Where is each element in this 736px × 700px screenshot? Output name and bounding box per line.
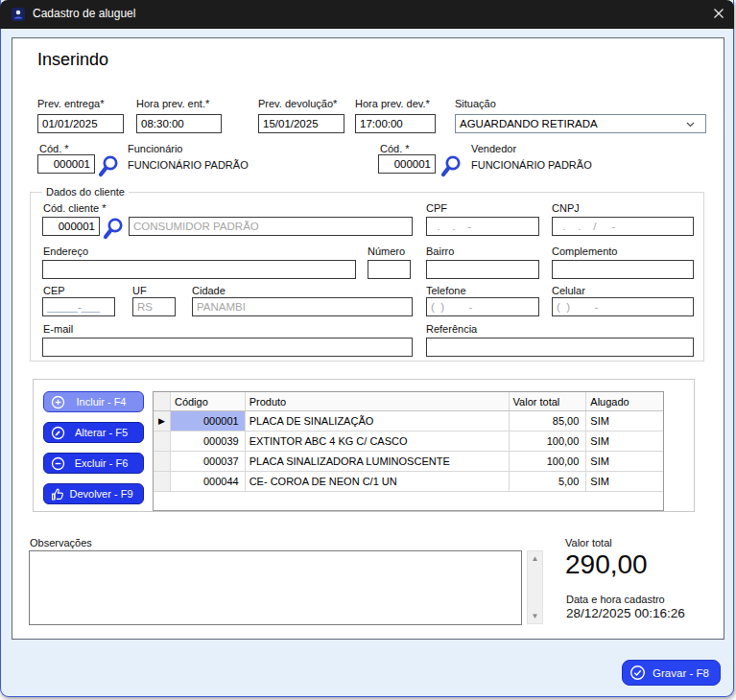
numero-label: Número [368, 245, 405, 257]
table-cell[interactable]: 100,00 [510, 432, 587, 451]
table-cell[interactable]: PLACA SINALIZADORA LUMINOSCENTE [246, 452, 510, 471]
situacao-value: AGUARDANDO RETIRADA [460, 118, 598, 129]
prev-devolucao-label: Prev. devolução* [258, 98, 337, 109]
cidade-input[interactable]: PANAMBI [192, 297, 413, 316]
table-cell[interactable]: 000037 [171, 452, 246, 471]
cadastro-label: Data e hora cadastro [566, 594, 665, 605]
edit-circle-icon [51, 426, 65, 440]
dados-cliente-label: Dados do cliente [42, 186, 129, 198]
row-selector[interactable]: ▶ [154, 411, 171, 431]
col-header-produto[interactable]: Produto [246, 392, 510, 410]
hora-dev-label: Hora prev. dev.* [355, 98, 430, 109]
table-cell[interactable]: SIM [586, 472, 663, 491]
email-label: E-mail [43, 323, 73, 335]
dados-cliente-group: Dados do cliente Cód. cliente * 000001 C… [30, 192, 704, 362]
table-cell[interactable]: 000001 [171, 411, 246, 431]
table-cell[interactable]: 000044 [171, 472, 246, 491]
gravar-button[interactable]: Gravar - F8 [622, 660, 721, 686]
table-row[interactable]: 000039EXTINTOR ABC 4 KG C/ CASCO100,00SI… [154, 432, 663, 452]
dialog-window: Cadastro de aluguel Inserindo Prev. entr… [0, 0, 734, 697]
celular-label: Celular [552, 285, 585, 296]
table-cell[interactable]: 100,00 [510, 452, 587, 471]
table-row[interactable]: ▶000001PLACA DE SINALIZAÇÃO85,00SIM [154, 411, 663, 432]
cadastro-datetime: 28/12/2025 00:16:26 [566, 606, 685, 620]
gravar-label: Gravar - F8 [653, 667, 709, 679]
close-button[interactable] [712, 8, 725, 21]
scroll-up-icon[interactable]: ▲ [528, 554, 542, 563]
endereco-label: Endereço [43, 245, 88, 257]
table-row[interactable]: 000044CE- COROA DE NEON C/1 UN5,00SIM [154, 472, 663, 492]
cpf-label: CPF [426, 202, 447, 214]
excluir-button[interactable]: Excluir - F6 [43, 453, 144, 474]
observacoes-scrollbar[interactable]: ▲ ▼ [527, 550, 543, 624]
celular-input[interactable]: ( ) - [552, 297, 694, 316]
prev-devolucao-input[interactable]: 15/01/2025 [258, 114, 344, 133]
table-cell[interactable]: CE- COROA DE NEON C/1 UN [246, 472, 510, 491]
scroll-down-icon[interactable]: ▼ [528, 612, 542, 620]
cod-vendedor-label: Cód. * [380, 143, 410, 154]
hora-ent-input[interactable]: 08:30:00 [136, 114, 222, 133]
cod-cliente-input[interactable]: 000001 [42, 217, 100, 236]
bairro-label: Bairro [426, 245, 454, 257]
alterar-button[interactable]: Alterar - F5 [43, 422, 144, 443]
products-section: Incluir - F4 Alterar - F5 Excluir - F6 D… [33, 379, 695, 512]
uf-label: UF [132, 285, 147, 296]
vendedor-label: Vendedor [471, 143, 516, 154]
situacao-select[interactable]: AGUARDANDO RETIRADA [455, 114, 706, 133]
cliente-nome-input[interactable]: CONSUMIDOR PADRÃO [129, 217, 413, 236]
cod-funcionario-label: Cód. * [39, 143, 69, 154]
valor-total-value: 290,00 [565, 549, 648, 580]
main-panel: Inserindo Prev. entrega* Hora prev. ent.… [12, 37, 724, 640]
incluir-button[interactable]: Incluir - F4 [43, 391, 144, 412]
table-cell[interactable]: SIM [586, 432, 663, 451]
thumbs-up-icon [50, 486, 66, 502]
table-cell[interactable]: 85,00 [510, 411, 587, 431]
cidade-label: Cidade [192, 285, 226, 296]
cep-input[interactable]: _____-___ [42, 297, 115, 316]
hora-ent-label: Hora prev. ent.* [136, 98, 209, 109]
table-cell[interactable]: SIM [586, 452, 663, 471]
cnpj-label: CNPJ [552, 202, 580, 214]
bairro-input[interactable] [426, 260, 539, 279]
observacoes-textarea[interactable] [29, 550, 522, 625]
grid-corner-cell [154, 392, 171, 410]
valor-total-label: Valor total [565, 537, 612, 548]
search-cliente-icon[interactable] [102, 217, 125, 242]
search-vendedor-icon[interactable] [439, 154, 463, 179]
prev-entrega-input[interactable]: 01/01/2025 [37, 114, 124, 133]
row-selector[interactable] [154, 472, 171, 491]
complemento-input[interactable] [552, 260, 694, 279]
devolver-label: Devolver - F9 [69, 488, 132, 500]
telefone-input[interactable]: ( ) - [426, 297, 539, 316]
col-header-alugado[interactable]: Alugado [586, 392, 663, 410]
devolver-button[interactable]: Devolver - F9 [43, 483, 144, 504]
table-cell[interactable]: SIM [586, 411, 663, 431]
cod-funcionario-input[interactable]: 000001 [37, 154, 95, 174]
table-cell[interactable]: 5,00 [510, 472, 587, 491]
table-cell[interactable]: PLACA DE SINALIZAÇÃO [246, 411, 510, 431]
numero-input[interactable] [368, 260, 411, 279]
funcionario-label: Funcionário [128, 143, 182, 154]
email-input[interactable] [42, 338, 413, 357]
row-selector[interactable] [154, 452, 171, 471]
uf-input[interactable]: RS [132, 297, 176, 316]
title-bar: Cadastro de aluguel [0, 0, 734, 29]
incluir-label: Incluir - F4 [77, 396, 127, 408]
cod-vendedor-input[interactable]: 000001 [378, 154, 436, 174]
endereco-input[interactable] [42, 260, 356, 279]
cod-cliente-label: Cód. cliente * [43, 202, 106, 214]
cpf-input[interactable]: . . - [426, 217, 539, 236]
table-cell[interactable]: EXTINTOR ABC 4 KG C/ CASCO [246, 432, 510, 451]
plus-circle-icon [51, 395, 65, 409]
search-funcionario-icon[interactable] [97, 154, 120, 179]
row-selector[interactable] [154, 432, 171, 451]
referencia-input[interactable] [426, 338, 694, 357]
hora-dev-input[interactable]: 17:00:00 [355, 114, 436, 133]
products-grid: Código Produto Valor total Alugado ▶0000… [153, 391, 664, 511]
cnpj-input[interactable]: . . / - [552, 217, 694, 236]
col-header-codigo[interactable]: Código [171, 392, 246, 410]
col-header-valor[interactable]: Valor total [510, 392, 587, 410]
table-cell[interactable]: 000039 [171, 432, 246, 451]
table-row[interactable]: 000037PLACA SINALIZADORA LUMINOSCENTE100… [154, 452, 663, 472]
alterar-label: Alterar - F5 [75, 427, 128, 438]
